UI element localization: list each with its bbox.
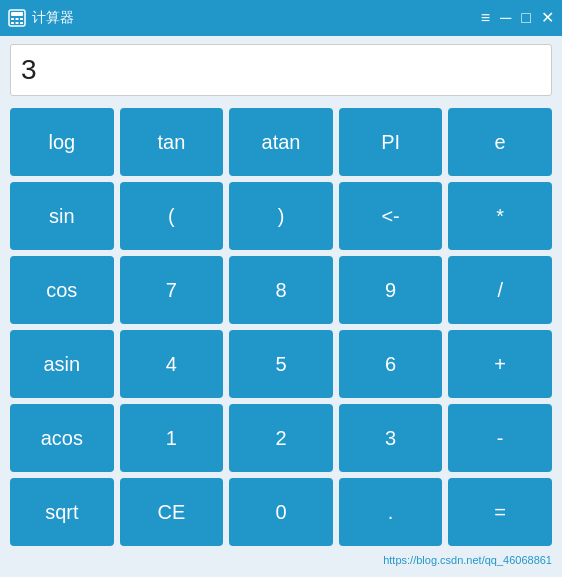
8-button[interactable]: 8 [229,256,333,324]
button-row-0: logtanatanPIe [10,108,552,176]
asin-button[interactable]: asin [10,330,114,398]
4-button[interactable]: 4 [120,330,224,398]
2-button[interactable]: 2 [229,404,333,472]
acos-button[interactable]: acos [10,404,114,472]
svg-rect-4 [20,18,23,20]
plus-button[interactable]: + [448,330,552,398]
open-paren-button[interactable]: ( [120,182,224,250]
pi-button[interactable]: PI [339,108,443,176]
divide-button[interactable]: / [448,256,552,324]
0-button[interactable]: 0 [229,478,333,546]
cos-button[interactable]: cos [10,256,114,324]
display-area [0,36,562,104]
log-button[interactable]: log [10,108,114,176]
backspace-button[interactable]: <- [339,182,443,250]
svg-rect-7 [20,22,23,24]
svg-rect-5 [11,22,14,24]
watermark: https://blog.csdn.net/qq_46068861 [0,554,562,570]
svg-rect-3 [16,18,19,20]
svg-rect-1 [11,12,23,16]
5-button[interactable]: 5 [229,330,333,398]
titlebar: 计算器 ≡ ─ □ ✕ [0,0,562,36]
6-button[interactable]: 6 [339,330,443,398]
app-title: 计算器 [32,9,74,27]
button-row-3: asin456+ [10,330,552,398]
9-button[interactable]: 9 [339,256,443,324]
3-button[interactable]: 3 [339,404,443,472]
sin-button[interactable]: sin [10,182,114,250]
app-icon [8,9,26,27]
equals-button[interactable]: = [448,478,552,546]
svg-rect-6 [16,22,19,24]
sqrt-button[interactable]: sqrt [10,478,114,546]
1-button[interactable]: 1 [120,404,224,472]
window-controls: ≡ ─ □ ✕ [481,10,554,26]
ce-button[interactable]: CE [120,478,224,546]
button-row-5: sqrtCE0.= [10,478,552,546]
multiply-button[interactable]: * [448,182,552,250]
close-paren-button[interactable]: ) [229,182,333,250]
e-button[interactable]: e [448,108,552,176]
button-grid: logtanatanPIesin()<-*cos789/asin456+acos… [0,104,562,554]
tan-button[interactable]: tan [120,108,224,176]
minimize-button[interactable]: ─ [500,10,511,26]
menu-button[interactable]: ≡ [481,10,490,26]
titlebar-left: 计算器 [8,9,74,27]
7-button[interactable]: 7 [120,256,224,324]
atan-button[interactable]: atan [229,108,333,176]
display-input[interactable] [10,44,552,96]
close-button[interactable]: ✕ [541,10,554,26]
dot-button[interactable]: . [339,478,443,546]
button-row-4: acos123- [10,404,552,472]
button-row-2: cos789/ [10,256,552,324]
svg-rect-2 [11,18,14,20]
minus-button[interactable]: - [448,404,552,472]
button-row-1: sin()<-* [10,182,552,250]
maximize-button[interactable]: □ [521,10,531,26]
